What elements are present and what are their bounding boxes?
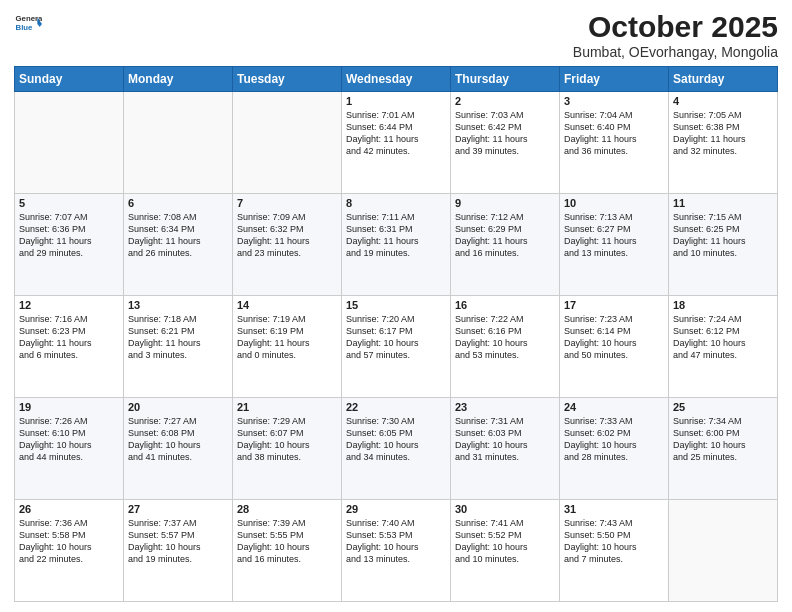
page: General Blue October 2025 Bumbat, OEvorh… xyxy=(0,0,792,612)
table-row: 16Sunrise: 7:22 AM Sunset: 6:16 PM Dayli… xyxy=(451,296,560,398)
table-row: 15Sunrise: 7:20 AM Sunset: 6:17 PM Dayli… xyxy=(342,296,451,398)
table-row: 30Sunrise: 7:41 AM Sunset: 5:52 PM Dayli… xyxy=(451,500,560,602)
day-number: 11 xyxy=(673,197,773,209)
day-info: Sunrise: 7:05 AM Sunset: 6:38 PM Dayligh… xyxy=(673,109,773,158)
day-info: Sunrise: 7:24 AM Sunset: 6:12 PM Dayligh… xyxy=(673,313,773,362)
table-row: 9Sunrise: 7:12 AM Sunset: 6:29 PM Daylig… xyxy=(451,194,560,296)
table-row xyxy=(124,92,233,194)
day-number: 26 xyxy=(19,503,119,515)
day-info: Sunrise: 7:18 AM Sunset: 6:21 PM Dayligh… xyxy=(128,313,228,362)
day-number: 24 xyxy=(564,401,664,413)
day-number: 17 xyxy=(564,299,664,311)
day-info: Sunrise: 7:15 AM Sunset: 6:25 PM Dayligh… xyxy=(673,211,773,260)
table-row: 21Sunrise: 7:29 AM Sunset: 6:07 PM Dayli… xyxy=(233,398,342,500)
table-row: 31Sunrise: 7:43 AM Sunset: 5:50 PM Dayli… xyxy=(560,500,669,602)
day-info: Sunrise: 7:20 AM Sunset: 6:17 PM Dayligh… xyxy=(346,313,446,362)
day-info: Sunrise: 7:36 AM Sunset: 5:58 PM Dayligh… xyxy=(19,517,119,566)
day-info: Sunrise: 7:43 AM Sunset: 5:50 PM Dayligh… xyxy=(564,517,664,566)
day-info: Sunrise: 7:07 AM Sunset: 6:36 PM Dayligh… xyxy=(19,211,119,260)
day-number: 14 xyxy=(237,299,337,311)
table-row: 4Sunrise: 7:05 AM Sunset: 6:38 PM Daylig… xyxy=(669,92,778,194)
day-info: Sunrise: 7:31 AM Sunset: 6:03 PM Dayligh… xyxy=(455,415,555,464)
header-saturday: Saturday xyxy=(669,67,778,92)
generalblue-logo-icon: General Blue xyxy=(14,10,42,38)
day-number: 29 xyxy=(346,503,446,515)
day-number: 30 xyxy=(455,503,555,515)
table-row xyxy=(669,500,778,602)
header-monday: Monday xyxy=(124,67,233,92)
day-info: Sunrise: 7:29 AM Sunset: 6:07 PM Dayligh… xyxy=(237,415,337,464)
day-info: Sunrise: 7:37 AM Sunset: 5:57 PM Dayligh… xyxy=(128,517,228,566)
table-row: 12Sunrise: 7:16 AM Sunset: 6:23 PM Dayli… xyxy=(15,296,124,398)
header-wednesday: Wednesday xyxy=(342,67,451,92)
day-info: Sunrise: 7:33 AM Sunset: 6:02 PM Dayligh… xyxy=(564,415,664,464)
table-row: 22Sunrise: 7:30 AM Sunset: 6:05 PM Dayli… xyxy=(342,398,451,500)
day-info: Sunrise: 7:16 AM Sunset: 6:23 PM Dayligh… xyxy=(19,313,119,362)
day-number: 10 xyxy=(564,197,664,209)
day-number: 19 xyxy=(19,401,119,413)
calendar-week-row: 1Sunrise: 7:01 AM Sunset: 6:44 PM Daylig… xyxy=(15,92,778,194)
day-info: Sunrise: 7:27 AM Sunset: 6:08 PM Dayligh… xyxy=(128,415,228,464)
day-info: Sunrise: 7:01 AM Sunset: 6:44 PM Dayligh… xyxy=(346,109,446,158)
day-number: 22 xyxy=(346,401,446,413)
calendar-week-row: 26Sunrise: 7:36 AM Sunset: 5:58 PM Dayli… xyxy=(15,500,778,602)
day-info: Sunrise: 7:22 AM Sunset: 6:16 PM Dayligh… xyxy=(455,313,555,362)
table-row: 5Sunrise: 7:07 AM Sunset: 6:36 PM Daylig… xyxy=(15,194,124,296)
table-row: 8Sunrise: 7:11 AM Sunset: 6:31 PM Daylig… xyxy=(342,194,451,296)
day-number: 15 xyxy=(346,299,446,311)
table-row: 26Sunrise: 7:36 AM Sunset: 5:58 PM Dayli… xyxy=(15,500,124,602)
calendar-title: October 2025 xyxy=(573,10,778,44)
day-number: 20 xyxy=(128,401,228,413)
day-number: 25 xyxy=(673,401,773,413)
table-row: 3Sunrise: 7:04 AM Sunset: 6:40 PM Daylig… xyxy=(560,92,669,194)
table-row: 20Sunrise: 7:27 AM Sunset: 6:08 PM Dayli… xyxy=(124,398,233,500)
table-row: 7Sunrise: 7:09 AM Sunset: 6:32 PM Daylig… xyxy=(233,194,342,296)
day-number: 28 xyxy=(237,503,337,515)
day-info: Sunrise: 7:26 AM Sunset: 6:10 PM Dayligh… xyxy=(19,415,119,464)
day-number: 16 xyxy=(455,299,555,311)
table-row: 29Sunrise: 7:40 AM Sunset: 5:53 PM Dayli… xyxy=(342,500,451,602)
day-number: 13 xyxy=(128,299,228,311)
day-number: 8 xyxy=(346,197,446,209)
table-row: 25Sunrise: 7:34 AM Sunset: 6:00 PM Dayli… xyxy=(669,398,778,500)
table-row xyxy=(233,92,342,194)
header-friday: Friday xyxy=(560,67,669,92)
table-row: 19Sunrise: 7:26 AM Sunset: 6:10 PM Dayli… xyxy=(15,398,124,500)
table-row: 2Sunrise: 7:03 AM Sunset: 6:42 PM Daylig… xyxy=(451,92,560,194)
day-info: Sunrise: 7:39 AM Sunset: 5:55 PM Dayligh… xyxy=(237,517,337,566)
day-info: Sunrise: 7:03 AM Sunset: 6:42 PM Dayligh… xyxy=(455,109,555,158)
table-row: 14Sunrise: 7:19 AM Sunset: 6:19 PM Dayli… xyxy=(233,296,342,398)
table-row: 28Sunrise: 7:39 AM Sunset: 5:55 PM Dayli… xyxy=(233,500,342,602)
day-number: 27 xyxy=(128,503,228,515)
day-number: 5 xyxy=(19,197,119,209)
day-info: Sunrise: 7:08 AM Sunset: 6:34 PM Dayligh… xyxy=(128,211,228,260)
header-thursday: Thursday xyxy=(451,67,560,92)
day-number: 23 xyxy=(455,401,555,413)
table-row: 24Sunrise: 7:33 AM Sunset: 6:02 PM Dayli… xyxy=(560,398,669,500)
day-number: 6 xyxy=(128,197,228,209)
day-info: Sunrise: 7:12 AM Sunset: 6:29 PM Dayligh… xyxy=(455,211,555,260)
calendar-table: Sunday Monday Tuesday Wednesday Thursday… xyxy=(14,66,778,602)
day-number: 12 xyxy=(19,299,119,311)
table-row: 27Sunrise: 7:37 AM Sunset: 5:57 PM Dayli… xyxy=(124,500,233,602)
logo: General Blue xyxy=(14,10,42,38)
title-block: October 2025 Bumbat, OEvorhangay, Mongol… xyxy=(573,10,778,60)
header: General Blue October 2025 Bumbat, OEvorh… xyxy=(14,10,778,60)
table-row: 6Sunrise: 7:08 AM Sunset: 6:34 PM Daylig… xyxy=(124,194,233,296)
calendar-week-row: 5Sunrise: 7:07 AM Sunset: 6:36 PM Daylig… xyxy=(15,194,778,296)
table-row: 18Sunrise: 7:24 AM Sunset: 6:12 PM Dayli… xyxy=(669,296,778,398)
calendar-week-row: 12Sunrise: 7:16 AM Sunset: 6:23 PM Dayli… xyxy=(15,296,778,398)
header-tuesday: Tuesday xyxy=(233,67,342,92)
table-row: 11Sunrise: 7:15 AM Sunset: 6:25 PM Dayli… xyxy=(669,194,778,296)
day-info: Sunrise: 7:41 AM Sunset: 5:52 PM Dayligh… xyxy=(455,517,555,566)
day-info: Sunrise: 7:19 AM Sunset: 6:19 PM Dayligh… xyxy=(237,313,337,362)
calendar-subtitle: Bumbat, OEvorhangay, Mongolia xyxy=(573,44,778,60)
day-number: 31 xyxy=(564,503,664,515)
day-number: 3 xyxy=(564,95,664,107)
header-sunday: Sunday xyxy=(15,67,124,92)
day-number: 2 xyxy=(455,95,555,107)
table-row: 10Sunrise: 7:13 AM Sunset: 6:27 PM Dayli… xyxy=(560,194,669,296)
day-info: Sunrise: 7:11 AM Sunset: 6:31 PM Dayligh… xyxy=(346,211,446,260)
day-number: 9 xyxy=(455,197,555,209)
table-row: 1Sunrise: 7:01 AM Sunset: 6:44 PM Daylig… xyxy=(342,92,451,194)
